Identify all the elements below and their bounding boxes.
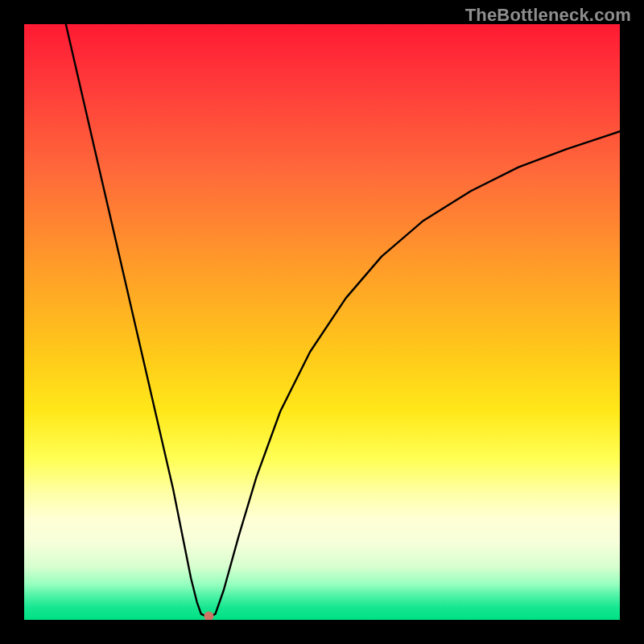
watermark: TheBottleneck.com	[465, 5, 631, 26]
bottleneck-curve	[66, 24, 620, 617]
chart-frame: TheBottleneck.com	[0, 0, 644, 644]
plot-area	[24, 24, 620, 620]
series-container	[66, 24, 620, 620]
bottleneck-curve-svg	[24, 24, 620, 620]
optimal-marker	[204, 612, 213, 620]
